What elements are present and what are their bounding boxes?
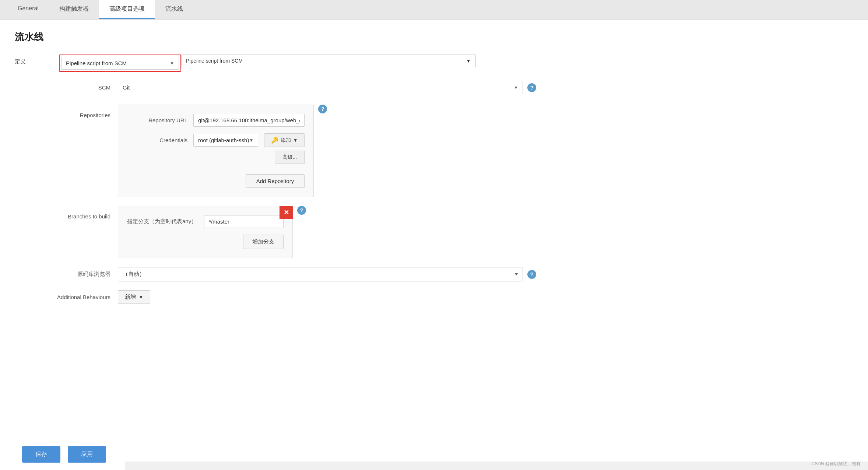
credentials-label: Credentials xyxy=(127,137,193,143)
repositories-label: Repositories xyxy=(15,105,118,118)
branch-input[interactable] xyxy=(204,215,284,228)
repo-url-label: Repository URL xyxy=(127,117,193,123)
new-behaviour-button[interactable]: 新增 ▼ xyxy=(118,290,150,304)
tab-build-triggers[interactable]: 构建触发器 xyxy=(49,0,99,19)
branches-box: ✕ 指定分支（为空时代表any） 增加分支 xyxy=(118,206,293,258)
add-credentials-button[interactable]: 🔑 添加 ▼ xyxy=(264,133,305,147)
apply-button[interactable]: 应用 xyxy=(68,446,106,463)
branches-section: Branches to build ✕ 指定分支（为空时代表any） 增加分支 … xyxy=(15,206,853,258)
scm-help-icon[interactable]: ? xyxy=(527,83,536,92)
source-browser-section: 源码库浏览器 （自动） ? xyxy=(15,267,853,281)
save-button[interactable]: 保存 xyxy=(22,446,60,463)
repositories-help-icon[interactable]: ? xyxy=(318,105,327,113)
advanced-row: 高级... xyxy=(127,151,305,169)
add-repository-button[interactable]: Add Repository xyxy=(246,174,305,188)
branch-row: 指定分支（为空时代表any） xyxy=(127,215,284,228)
source-browser-label: 源码库浏览器 xyxy=(15,271,118,278)
scm-label: SCM xyxy=(15,84,118,91)
definition-select-text: Pipeline script from SCM xyxy=(66,60,170,66)
page-title: 流水线 xyxy=(15,31,853,43)
add-repo-row: Add Repository xyxy=(127,174,305,188)
scm-select-text: Git xyxy=(123,84,514,91)
scm-select[interactable]: Git ▼ xyxy=(118,81,523,94)
definition-wide-arrow: ▼ xyxy=(466,58,471,64)
page-wrapper: General 构建触发器 高级项目选项 流水线 流水线 定义 Pipeline… xyxy=(0,0,868,470)
branches-label: Branches to build xyxy=(15,206,118,220)
scm-section: SCM Git ▼ ? xyxy=(15,81,853,94)
tab-pipeline[interactable]: 流水线 xyxy=(155,0,193,19)
source-browser-help-icon[interactable]: ? xyxy=(527,270,536,279)
main-content: 流水线 定义 Pipeline script from SCM ▼ Pipeli… xyxy=(0,20,868,462)
advanced-button[interactable]: 高级... xyxy=(275,151,305,164)
close-branch-button[interactable]: ✕ xyxy=(280,206,293,219)
additional-section: Additional Behaviours 新增 ▼ xyxy=(15,290,853,304)
credentials-select[interactable]: root (gitlab-auth-ssh) ▼ xyxy=(193,134,258,147)
add-branch-row: 增加分支 xyxy=(127,235,284,249)
definition-section: 定义 Pipeline script from SCM ▼ Pipeline s… xyxy=(15,55,853,72)
source-browser-text: （自动） xyxy=(123,271,512,278)
credentials-row: Credentials root (gitlab-auth-ssh) ▼ 🔑 添… xyxy=(127,133,305,147)
branch-specifier-label: 指定分支（为空时代表any） xyxy=(127,218,197,225)
key-icon: 🔑 xyxy=(271,137,278,144)
repositories-with-help: Repository URL Credentials root (gitlab-… xyxy=(118,105,327,197)
repositories-section: Repositories Repository URL Credentials … xyxy=(15,105,853,197)
repo-url-row: Repository URL xyxy=(127,114,305,127)
source-browser-select[interactable]: （自动） xyxy=(118,267,523,281)
credentials-arrow: ▼ xyxy=(249,138,253,143)
new-behaviour-label: 新增 xyxy=(125,294,136,301)
definition-select-arrow: ▼ xyxy=(170,61,174,66)
tab-general[interactable]: General xyxy=(7,0,49,19)
definition-select[interactable]: Pipeline script from SCM ▼ xyxy=(61,57,179,70)
definition-wide-text: Pipeline script from SCM xyxy=(186,58,466,64)
bottom-buttons: 保存 应用 xyxy=(0,439,125,470)
definition-wide-select[interactable]: Pipeline script from SCM ▼ xyxy=(181,55,476,67)
definition-label: 定义 xyxy=(15,55,59,65)
tab-advanced-project[interactable]: 高级项目选项 xyxy=(99,0,155,19)
additional-label: Additional Behaviours xyxy=(15,294,118,300)
source-browser-arrow xyxy=(514,273,518,276)
branches-help-icon[interactable]: ? xyxy=(297,206,306,215)
repositories-box: Repository URL Credentials root (gitlab-… xyxy=(118,105,314,197)
credentials-select-text: root (gitlab-auth-ssh) xyxy=(198,137,249,143)
add-button-label: 添加 xyxy=(281,137,291,144)
branches-with-help: ✕ 指定分支（为空时代表any） 增加分支 ? xyxy=(118,206,306,258)
add-button-arrow: ▼ xyxy=(293,138,298,143)
scm-select-arrow: ▼ xyxy=(514,85,518,90)
repo-url-input[interactable] xyxy=(193,114,305,127)
add-branch-button[interactable]: 增加分支 xyxy=(243,235,284,249)
tab-bar: General 构建触发器 高级项目选项 流水线 xyxy=(0,0,868,20)
watermark: CSDN @何以解忧，维有 xyxy=(811,461,861,467)
new-behaviour-arrow: ▼ xyxy=(139,295,143,300)
definition-select-wrapper: Pipeline script from SCM ▼ xyxy=(59,55,181,72)
